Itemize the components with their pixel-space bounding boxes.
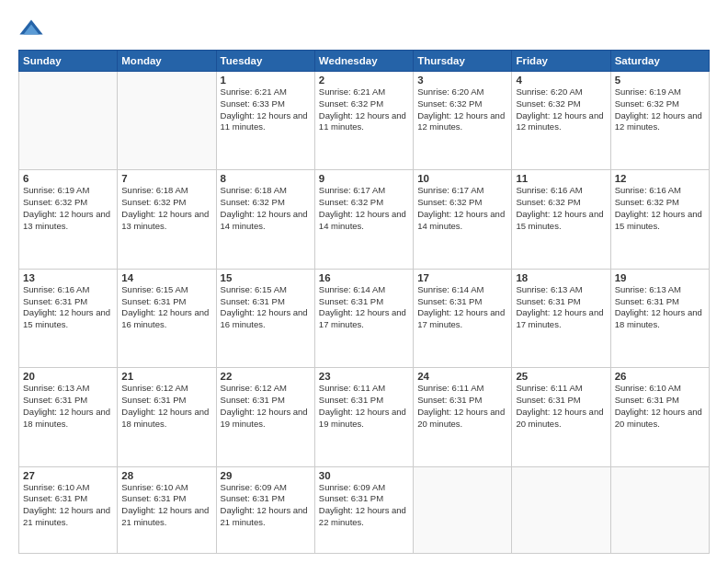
calendar-header-row: SundayMondayTuesdayWednesdayThursdayFrid… bbox=[19, 51, 710, 72]
calendar-cell: 8Sunrise: 6:18 AM Sunset: 6:32 PM Daylig… bbox=[216, 170, 314, 269]
calendar-week-4: 20Sunrise: 6:13 AM Sunset: 6:31 PM Dayli… bbox=[19, 368, 710, 466]
day-number: 14 bbox=[121, 272, 211, 283]
calendar-cell: 21Sunrise: 6:12 AM Sunset: 6:31 PM Dayli… bbox=[118, 368, 216, 466]
logo-icon bbox=[18, 17, 44, 42]
day-info: Sunrise: 6:12 AM Sunset: 6:31 PM Dayligh… bbox=[121, 383, 211, 430]
calendar-cell: 28Sunrise: 6:10 AM Sunset: 6:31 PM Dayli… bbox=[118, 466, 216, 553]
calendar-cell: 26Sunrise: 6:10 AM Sunset: 6:31 PM Dayli… bbox=[610, 368, 709, 466]
day-info: Sunrise: 6:10 AM Sunset: 6:31 PM Dayligh… bbox=[23, 482, 113, 529]
calendar-week-5: 27Sunrise: 6:10 AM Sunset: 6:31 PM Dayli… bbox=[19, 466, 710, 553]
day-info: Sunrise: 6:20 AM Sunset: 6:32 PM Dayligh… bbox=[417, 86, 507, 133]
day-number: 20 bbox=[23, 371, 113, 382]
day-info: Sunrise: 6:21 AM Sunset: 6:32 PM Dayligh… bbox=[319, 86, 409, 133]
day-info: Sunrise: 6:16 AM Sunset: 6:32 PM Dayligh… bbox=[615, 185, 705, 232]
day-number: 18 bbox=[516, 272, 606, 283]
calendar-cell: 9Sunrise: 6:17 AM Sunset: 6:32 PM Daylig… bbox=[314, 170, 413, 269]
calendar-cell: 17Sunrise: 6:14 AM Sunset: 6:31 PM Dayli… bbox=[414, 269, 512, 367]
day-number: 27 bbox=[23, 470, 113, 481]
calendar-cell: 15Sunrise: 6:15 AM Sunset: 6:31 PM Dayli… bbox=[216, 269, 314, 367]
day-info: Sunrise: 6:11 AM Sunset: 6:31 PM Dayligh… bbox=[516, 383, 606, 430]
day-number: 21 bbox=[121, 371, 211, 382]
day-info: Sunrise: 6:18 AM Sunset: 6:32 PM Dayligh… bbox=[121, 185, 211, 232]
day-info: Sunrise: 6:14 AM Sunset: 6:31 PM Dayligh… bbox=[319, 284, 409, 331]
calendar-cell: 10Sunrise: 6:17 AM Sunset: 6:32 PM Dayli… bbox=[414, 170, 512, 269]
calendar-cell: 24Sunrise: 6:11 AM Sunset: 6:31 PM Dayli… bbox=[414, 368, 512, 466]
day-info: Sunrise: 6:13 AM Sunset: 6:31 PM Dayligh… bbox=[516, 284, 606, 331]
page: SundayMondayTuesdayWednesdayThursdayFrid… bbox=[0, 0, 728, 563]
calendar-cell bbox=[118, 72, 216, 170]
calendar-cell: 20Sunrise: 6:13 AM Sunset: 6:31 PM Dayli… bbox=[19, 368, 118, 466]
day-info: Sunrise: 6:10 AM Sunset: 6:31 PM Dayligh… bbox=[121, 482, 211, 529]
day-info: Sunrise: 6:10 AM Sunset: 6:31 PM Dayligh… bbox=[615, 383, 705, 430]
day-info: Sunrise: 6:14 AM Sunset: 6:31 PM Dayligh… bbox=[417, 284, 507, 331]
calendar-cell bbox=[19, 72, 118, 170]
calendar-cell: 14Sunrise: 6:15 AM Sunset: 6:31 PM Dayli… bbox=[118, 269, 216, 367]
calendar-cell: 1Sunrise: 6:21 AM Sunset: 6:33 PM Daylig… bbox=[216, 72, 314, 170]
day-info: Sunrise: 6:18 AM Sunset: 6:32 PM Dayligh… bbox=[221, 185, 311, 232]
calendar-cell: 13Sunrise: 6:16 AM Sunset: 6:31 PM Dayli… bbox=[19, 269, 118, 367]
day-number: 22 bbox=[221, 371, 311, 382]
calendar-week-2: 6Sunrise: 6:19 AM Sunset: 6:32 PM Daylig… bbox=[19, 170, 710, 269]
day-info: Sunrise: 6:11 AM Sunset: 6:31 PM Dayligh… bbox=[319, 383, 409, 430]
calendar-cell: 19Sunrise: 6:13 AM Sunset: 6:31 PM Dayli… bbox=[610, 269, 709, 367]
day-header-monday: Monday bbox=[118, 51, 216, 72]
day-number: 2 bbox=[319, 75, 409, 86]
day-info: Sunrise: 6:13 AM Sunset: 6:31 PM Dayligh… bbox=[23, 383, 113, 430]
logo bbox=[18, 17, 48, 42]
day-number: 29 bbox=[221, 470, 311, 481]
day-number: 28 bbox=[121, 470, 211, 481]
calendar-cell: 29Sunrise: 6:09 AM Sunset: 6:31 PM Dayli… bbox=[216, 466, 314, 553]
day-header-saturday: Saturday bbox=[610, 51, 709, 72]
day-number: 5 bbox=[615, 75, 705, 86]
day-info: Sunrise: 6:21 AM Sunset: 6:33 PM Dayligh… bbox=[221, 86, 311, 133]
day-number: 25 bbox=[516, 371, 606, 382]
calendar-cell: 18Sunrise: 6:13 AM Sunset: 6:31 PM Dayli… bbox=[512, 269, 610, 367]
day-info: Sunrise: 6:15 AM Sunset: 6:31 PM Dayligh… bbox=[121, 284, 211, 331]
calendar-week-1: 1Sunrise: 6:21 AM Sunset: 6:33 PM Daylig… bbox=[19, 72, 710, 170]
day-info: Sunrise: 6:12 AM Sunset: 6:31 PM Dayligh… bbox=[221, 383, 311, 430]
day-number: 15 bbox=[221, 272, 311, 283]
day-header-tuesday: Tuesday bbox=[216, 51, 314, 72]
calendar-week-3: 13Sunrise: 6:16 AM Sunset: 6:31 PM Dayli… bbox=[19, 269, 710, 367]
day-number: 16 bbox=[319, 272, 409, 283]
day-number: 19 bbox=[615, 272, 705, 283]
day-number: 3 bbox=[417, 75, 507, 86]
day-header-thursday: Thursday bbox=[414, 51, 512, 72]
day-header-wednesday: Wednesday bbox=[314, 51, 413, 72]
calendar-cell: 23Sunrise: 6:11 AM Sunset: 6:31 PM Dayli… bbox=[314, 368, 413, 466]
calendar-cell: 7Sunrise: 6:18 AM Sunset: 6:32 PM Daylig… bbox=[118, 170, 216, 269]
calendar-cell: 30Sunrise: 6:09 AM Sunset: 6:31 PM Dayli… bbox=[314, 466, 413, 553]
day-number: 6 bbox=[23, 173, 113, 184]
header bbox=[18, 17, 710, 42]
calendar-cell: 6Sunrise: 6:19 AM Sunset: 6:32 PM Daylig… bbox=[19, 170, 118, 269]
calendar-cell: 4Sunrise: 6:20 AM Sunset: 6:32 PM Daylig… bbox=[512, 72, 610, 170]
calendar-cell: 3Sunrise: 6:20 AM Sunset: 6:32 PM Daylig… bbox=[414, 72, 512, 170]
day-number: 17 bbox=[417, 272, 507, 283]
day-number: 9 bbox=[319, 173, 409, 184]
calendar-cell: 27Sunrise: 6:10 AM Sunset: 6:31 PM Dayli… bbox=[19, 466, 118, 553]
calendar-cell: 16Sunrise: 6:14 AM Sunset: 6:31 PM Dayli… bbox=[314, 269, 413, 367]
day-number: 7 bbox=[121, 173, 211, 184]
day-number: 24 bbox=[417, 371, 507, 382]
day-info: Sunrise: 6:16 AM Sunset: 6:31 PM Dayligh… bbox=[23, 284, 113, 331]
day-number: 4 bbox=[516, 75, 606, 86]
day-info: Sunrise: 6:19 AM Sunset: 6:32 PM Dayligh… bbox=[615, 86, 705, 133]
day-number: 8 bbox=[221, 173, 311, 184]
day-number: 12 bbox=[615, 173, 705, 184]
calendar-cell: 12Sunrise: 6:16 AM Sunset: 6:32 PM Dayli… bbox=[610, 170, 709, 269]
day-number: 30 bbox=[319, 470, 409, 481]
calendar-cell: 5Sunrise: 6:19 AM Sunset: 6:32 PM Daylig… bbox=[610, 72, 709, 170]
day-header-sunday: Sunday bbox=[19, 51, 118, 72]
day-header-friday: Friday bbox=[512, 51, 610, 72]
day-info: Sunrise: 6:15 AM Sunset: 6:31 PM Dayligh… bbox=[221, 284, 311, 331]
calendar-cell: 11Sunrise: 6:16 AM Sunset: 6:32 PM Dayli… bbox=[512, 170, 610, 269]
day-number: 13 bbox=[23, 272, 113, 283]
day-info: Sunrise: 6:16 AM Sunset: 6:32 PM Dayligh… bbox=[516, 185, 606, 232]
calendar-cell bbox=[610, 466, 709, 553]
day-number: 1 bbox=[221, 75, 311, 86]
calendar-table: SundayMondayTuesdayWednesdayThursdayFrid… bbox=[18, 50, 710, 554]
day-number: 26 bbox=[615, 371, 705, 382]
day-number: 11 bbox=[516, 173, 606, 184]
day-info: Sunrise: 6:20 AM Sunset: 6:32 PM Dayligh… bbox=[516, 86, 606, 133]
calendar-cell: 22Sunrise: 6:12 AM Sunset: 6:31 PM Dayli… bbox=[216, 368, 314, 466]
